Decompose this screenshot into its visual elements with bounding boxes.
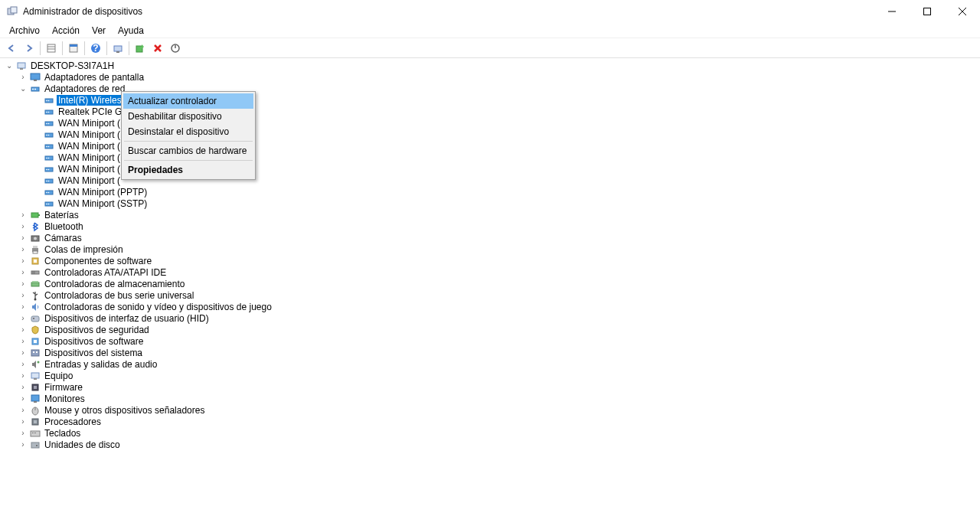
properties-button[interactable] [65, 40, 82, 57]
expand-icon[interactable]: › [18, 337, 28, 346]
menu-ayuda[interactable]: Ayuda [112, 24, 150, 38]
expand-icon[interactable]: › [18, 348, 28, 358]
toolbar-separator [106, 41, 107, 55]
expand-icon[interactable]: › [18, 291, 28, 300]
category-label: Controladoras de bus serie universal [43, 290, 195, 301]
category-node[interactable]: ›Adaptadores de pantalla [18, 71, 980, 83]
menubar: Archivo Acción Ver Ayuda [0, 23, 980, 38]
category-node[interactable]: ›Monitores [18, 393, 980, 404]
category-node[interactable]: ›Firmware [18, 381, 980, 393]
expand-icon[interactable]: › [18, 279, 28, 289]
forward-button[interactable] [21, 40, 38, 57]
expand-icon[interactable]: › [18, 383, 28, 392]
device-node[interactable]: WAN Miniport (SSTP) [32, 198, 980, 209]
device-node[interactable]: WAN Miniport (PPTP) [32, 186, 980, 198]
scan-hardware-button[interactable] [109, 40, 126, 57]
update-driver-button[interactable] [132, 40, 149, 57]
expand-icon[interactable]: › [18, 234, 28, 243]
storage-icon [29, 278, 41, 289]
expand-icon[interactable]: › [18, 325, 28, 335]
device-label: WAN Miniport ( [57, 141, 122, 152]
expander-spacer [32, 188, 41, 197]
category-node[interactable]: ›Controladoras ATA/ATAPI IDE [18, 266, 980, 278]
uninstall-button[interactable] [149, 40, 166, 57]
minimize-button[interactable] [874, 0, 910, 23]
ide-icon [29, 266, 41, 278]
svg-rect-76 [33, 351, 34, 353]
context-menu-item[interactable]: Actualizar controlador [123, 93, 253, 109]
context-menu-item[interactable]: Propiedades [123, 162, 253, 178]
category-node[interactable]: ›Equipo [18, 370, 980, 381]
context-menu-item[interactable]: Desinstalar el dispositivo [123, 124, 253, 139]
menu-accion[interactable]: Acción [46, 24, 86, 38]
expand-icon[interactable]: › [18, 268, 28, 277]
disable-button[interactable] [167, 40, 184, 57]
back-button[interactable] [3, 40, 20, 57]
maximize-button[interactable] [910, 0, 945, 23]
window-title: Administrador de dispositivos [23, 6, 874, 17]
security-icon [29, 324, 41, 335]
category-node[interactable]: ›Entradas y salidas de audio [18, 358, 980, 370]
expand-icon[interactable]: › [18, 73, 28, 82]
expand-icon[interactable]: › [18, 440, 28, 449]
context-menu-item[interactable]: Deshabilitar dispositivo [123, 109, 253, 124]
category-node[interactable]: ›Controladoras de sonido y vídeo y dispo… [18, 301, 980, 312]
expand-icon[interactable]: › [18, 360, 28, 369]
expand-icon[interactable]: › [18, 211, 28, 220]
svg-rect-14 [116, 51, 119, 53]
expand-icon[interactable]: › [18, 394, 28, 403]
menu-archivo[interactable]: Archivo [3, 24, 46, 38]
category-node[interactable]: ›Controladoras de bus serie universal [18, 289, 980, 301]
svg-rect-79 [31, 373, 39, 378]
category-node[interactable]: ›Dispositivos de software [18, 335, 980, 347]
svg-rect-82 [34, 386, 37, 389]
expander-icon[interactable]: ⌄ [5, 61, 14, 70]
category-node[interactable]: ›Bluetooth [18, 220, 980, 232]
category-node[interactable]: ›Cámaras [18, 232, 980, 243]
hid-icon [29, 312, 41, 324]
category-node[interactable]: ›Dispositivos del sistema [18, 347, 980, 358]
expand-icon[interactable]: › [18, 256, 28, 266]
expand-icon[interactable]: › [18, 371, 28, 380]
category-node[interactable]: ›Teclados [18, 427, 980, 439]
category-node[interactable]: ›Dispositivos de seguridad [18, 324, 980, 335]
show-hide-tree-button[interactable] [43, 40, 60, 57]
software2-icon [29, 335, 41, 347]
category-node[interactable]: ›Colas de impresión [18, 243, 980, 255]
system-icon [29, 347, 41, 358]
category-node[interactable]: ›Unidades de disco [18, 439, 980, 450]
context-menu-item[interactable]: Buscar cambios de hardware [123, 143, 253, 158]
category-label: Cámaras [43, 233, 83, 243]
expand-icon[interactable]: › [18, 302, 28, 312]
close-button[interactable] [945, 0, 980, 23]
expand-icon[interactable]: › [18, 429, 28, 438]
category-node[interactable]: ›Procesadores [18, 416, 980, 427]
toolbar-separator [84, 41, 85, 55]
root-label: DESKTOP-S3I7A1H [29, 60, 116, 71]
category-label: Equipo [43, 371, 74, 381]
printer-icon [29, 243, 41, 255]
root-node[interactable]: ⌄ DESKTOP-S3I7A1H [5, 60, 980, 71]
category-node[interactable]: ›Mouse y otros dispositivos señaladores [18, 404, 980, 416]
category-node[interactable]: ›Controladoras de almacenamiento [18, 278, 980, 289]
category-node[interactable]: ›Dispositivos de interfaz de usuario (HI… [18, 312, 980, 324]
menu-ver[interactable]: Ver [86, 24, 112, 38]
svg-point-48 [46, 180, 47, 181]
network-device-icon [43, 175, 55, 186]
expand-icon[interactable]: › [18, 245, 28, 254]
svg-point-46 [48, 168, 50, 170]
help-button[interactable]: ? [87, 40, 104, 57]
svg-point-42 [46, 157, 47, 158]
collapse-icon[interactable]: ⌄ [18, 84, 28, 93]
expand-icon[interactable]: › [18, 314, 28, 323]
network-icon [29, 83, 41, 94]
expand-icon[interactable]: › [18, 406, 28, 415]
category-node[interactable]: ›Baterías [18, 209, 980, 220]
category-label: Entradas y salidas de audio [43, 359, 158, 370]
category-node[interactable]: ›Componentes de software [18, 255, 980, 266]
svg-rect-15 [136, 46, 142, 52]
network-device-icon [43, 186, 55, 198]
svg-rect-89 [31, 431, 40, 436]
expand-icon[interactable]: › [18, 222, 28, 231]
expand-icon[interactable]: › [18, 417, 28, 426]
